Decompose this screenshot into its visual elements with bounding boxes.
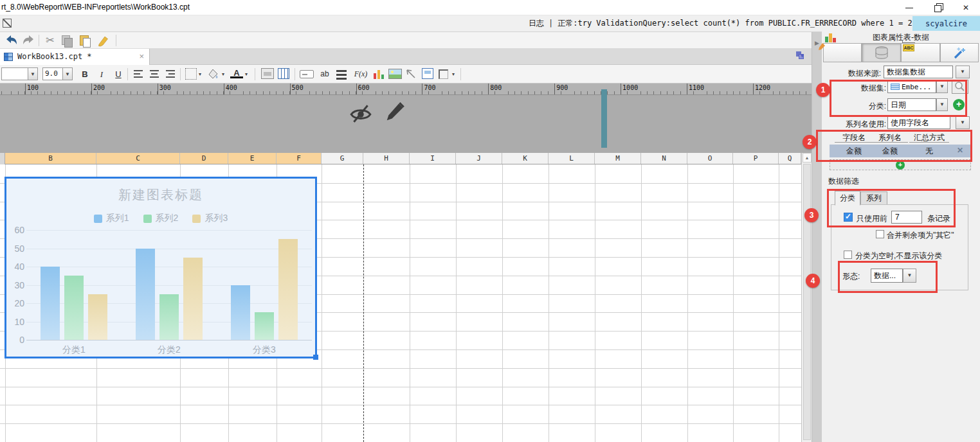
bar-系列2-分类1: [64, 276, 84, 340]
image-insert-icon[interactable]: [388, 69, 402, 79]
column-header-N[interactable]: N: [641, 153, 687, 164]
report-menu-icon[interactable]: [3, 19, 12, 28]
scrollbar-thumb[interactable]: [803, 164, 811, 440]
fill-color-icon[interactable]: [207, 68, 220, 80]
log-separator: |: [549, 19, 553, 28]
widget-icon[interactable]: [422, 68, 433, 79]
bar-系列3-分类1: [88, 294, 107, 340]
align-left-icon[interactable]: [132, 68, 145, 80]
ruler-minor-ticks: [0, 91, 812, 94]
gridline-vertical: [502, 164, 503, 442]
titlebar: rt_8.0\WebReport\WEB-INF\reportlets\Work…: [0, 0, 980, 15]
tab-chart-special[interactable]: [940, 43, 979, 62]
y-tick-label-20: 20: [8, 298, 24, 308]
border-icon[interactable]: [185, 68, 197, 80]
line-tool-icon[interactable]: [405, 68, 418, 80]
window-title: rt_8.0\WebReport\WEB-INF\reportlets\Work…: [1, 3, 190, 12]
gridline-vertical: [687, 164, 688, 442]
frame-icon[interactable]: [439, 69, 448, 79]
redo-icon[interactable]: [22, 34, 35, 47]
annotation-circle-3: 3: [804, 208, 819, 222]
column-header-I[interactable]: I: [410, 153, 456, 164]
text-field-icon[interactable]: [300, 70, 314, 78]
x-category-label: 分类3: [232, 344, 296, 356]
column-header-D[interactable]: D: [180, 153, 228, 164]
scroll-up-icon[interactable]: ▲: [803, 153, 812, 163]
italic-button[interactable]: I: [95, 68, 108, 80]
tab-chart-data[interactable]: [862, 43, 901, 62]
hide-empty-checkbox[interactable]: [844, 251, 852, 259]
annotation-box-2: [816, 130, 972, 162]
underline-button[interactable]: U: [112, 68, 125, 80]
chart-object[interactable]: 新建图表标题 系列1系列2系列3 0102030405060分类1分类2分类3: [5, 177, 317, 358]
text-icon[interactable]: ab: [318, 68, 332, 80]
magic-wand-icon: [952, 46, 966, 60]
legend-label: 系列2: [156, 213, 179, 224]
column-header-J[interactable]: J: [456, 153, 502, 164]
font-family-dropdown[interactable]: ▼: [28, 67, 38, 80]
eye-off-icon[interactable]: [349, 103, 372, 127]
rich-text-icon[interactable]: [336, 68, 349, 80]
column-header-K[interactable]: K: [502, 153, 549, 164]
font-size-input[interactable]: 9.0: [42, 67, 63, 80]
column-header-Q[interactable]: Q: [779, 153, 801, 164]
copy-icon[interactable]: [62, 35, 72, 46]
arrange-icon[interactable]: [796, 51, 808, 62]
close-tab-icon[interactable]: ×: [139, 51, 144, 61]
ruler-tick-900: 900: [554, 84, 555, 94]
grid-icon[interactable]: [278, 68, 289, 79]
user-badge[interactable]: scyalcire: [912, 16, 980, 31]
data-source-dropdown[interactable]: ▼: [956, 66, 970, 78]
tab-workbook13[interactable]: WorkBook13.cpt * ×: [0, 49, 150, 65]
column-header-G[interactable]: G: [322, 153, 363, 164]
merge-cell-icon[interactable]: [261, 68, 274, 79]
font-color-icon[interactable]: A: [230, 68, 243, 78]
cut-icon[interactable]: ✂: [44, 34, 57, 47]
legend-item: 系列1: [94, 213, 129, 224]
column-header-L[interactable]: L: [549, 153, 595, 164]
column-header-F[interactable]: F: [277, 153, 322, 164]
legend-label: 系列1: [106, 213, 129, 224]
vertical-scrollbar[interactable]: ▲: [801, 153, 812, 442]
column-header-P[interactable]: P: [733, 153, 779, 164]
font-size-dropdown[interactable]: ▼: [62, 67, 73, 80]
paste-icon[interactable]: [80, 35, 90, 46]
font-family-input[interactable]: [1, 67, 28, 80]
column-header-M[interactable]: M: [595, 153, 641, 164]
format-toolbar: ▼ 9.0 ▼ B I U ▾ ▾ A ▾ ab F(x): [0, 65, 812, 84]
gridline-horizontal: [0, 368, 801, 369]
data-source-select[interactable]: 数据集数据: [884, 66, 953, 78]
resize-handle[interactable]: [313, 355, 318, 360]
format-painter-icon[interactable]: [98, 34, 111, 47]
ruler-tick-300: 300: [158, 84, 158, 94]
column-header-B[interactable]: B: [5, 153, 96, 164]
font-color-dropdown[interactable]: ▾: [243, 68, 250, 80]
column-header-E[interactable]: E: [228, 153, 277, 164]
align-right-icon[interactable]: [163, 68, 176, 80]
bar-系列2-分类2: [159, 294, 179, 340]
column-header-H[interactable]: H: [363, 153, 410, 164]
ruler-tick-600: 600: [356, 84, 357, 94]
merge-other-checkbox[interactable]: [876, 230, 884, 238]
pencil-icon[interactable]: [386, 102, 405, 126]
y-tick-label-40: 40: [8, 261, 24, 272]
fill-color-dropdown[interactable]: ▾: [220, 68, 226, 80]
column-header-C[interactable]: C: [96, 153, 180, 164]
annotation-circle-2: 2: [803, 135, 817, 149]
formula-icon[interactable]: F(x): [351, 68, 370, 80]
column-header-O[interactable]: O: [687, 153, 733, 164]
undo-icon[interactable]: [5, 34, 18, 47]
align-center-icon[interactable]: [148, 68, 161, 80]
restore-button[interactable]: [923, 0, 952, 15]
tab-chart-style[interactable]: ABC: [901, 43, 940, 62]
chart-insert-icon[interactable]: [373, 68, 386, 80]
y-tick-label-60: 60: [8, 225, 24, 235]
series-name-select[interactable]: 使用字段名: [887, 116, 950, 129]
frame-dropdown[interactable]: ▾: [450, 68, 457, 80]
close-button[interactable]: ✕: [952, 0, 980, 15]
minimize-button[interactable]: [895, 0, 923, 15]
bold-button[interactable]: B: [78, 68, 91, 80]
series-name-dropdown[interactable]: ▼: [956, 116, 970, 129]
tab-chart-type[interactable]: [823, 43, 862, 62]
border-dropdown[interactable]: ▾: [197, 68, 203, 80]
